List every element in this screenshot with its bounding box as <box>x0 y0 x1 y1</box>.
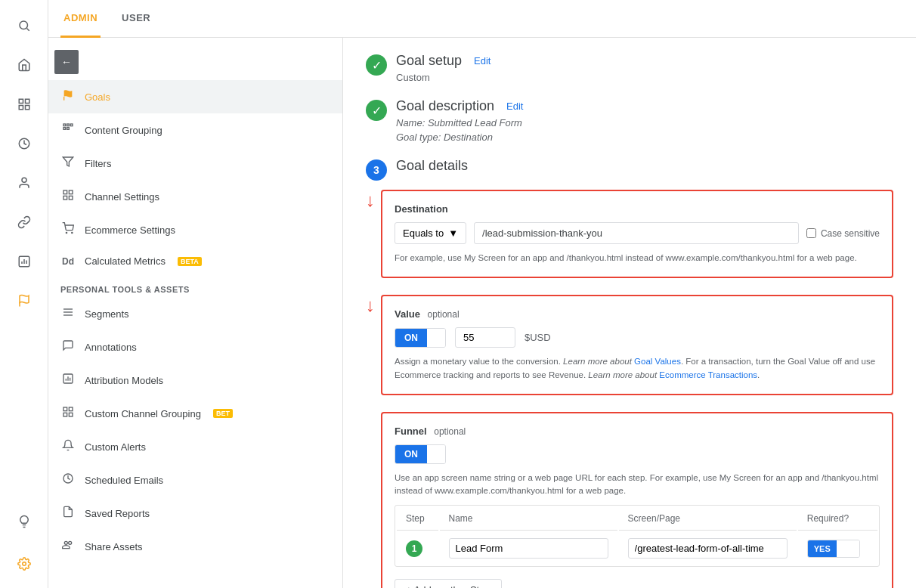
value-toggle[interactable]: ON <box>395 328 446 348</box>
funnel-label: Funnel optional <box>395 426 880 437</box>
currency-label: $USD <box>525 332 551 343</box>
clock-icon[interactable] <box>6 125 42 162</box>
sidebar-label-filters: Filters <box>85 158 111 169</box>
custom-alerts-icon <box>60 439 76 454</box>
custom-channel-icon <box>60 406 76 421</box>
sidebar-item-channel-settings[interactable]: Channel Settings <box>48 180 342 213</box>
svg-rect-22 <box>69 190 73 194</box>
value-optional: optional <box>428 309 460 320</box>
value-toggle-off[interactable] <box>427 329 445 347</box>
funnel-optional: optional <box>434 426 466 437</box>
gear-icon[interactable] <box>6 546 42 582</box>
goal-values-link[interactable]: Goal Values <box>634 357 681 366</box>
value-wrapper: ↓ Value optional ON $ <box>366 295 893 407</box>
goal-description-title: Goal description <box>396 98 494 114</box>
svg-point-0 <box>20 21 28 29</box>
funnel-instruction: Use an app screen name string or a web p… <box>395 472 880 498</box>
annotations-icon <box>60 339 76 354</box>
value-label: Value optional <box>395 308 880 320</box>
sidebar-item-custom-channel-grouping[interactable]: Custom Channel Grouping BET <box>48 397 342 430</box>
svg-point-25 <box>66 232 67 233</box>
sidebar-item-scheduled-emails[interactable]: Scheduled Emails <box>48 463 342 497</box>
funnel-toggle-on[interactable]: ON <box>395 445 427 463</box>
goal-description-name: Name: Submitted Lead Form <box>396 117 523 128</box>
funnel-toggle[interactable]: ON <box>395 444 446 464</box>
svg-point-13 <box>22 562 26 566</box>
sidebar-item-content-grouping[interactable]: Content Grouping <box>48 113 342 147</box>
svg-point-26 <box>72 232 73 233</box>
top-nav: ADMIN USER <box>48 0 916 38</box>
sidebar-label-custom-channel: Custom Channel Grouping <box>85 408 201 419</box>
svg-rect-15 <box>63 124 66 126</box>
svg-rect-21 <box>63 190 67 194</box>
no-button[interactable] <box>837 540 859 557</box>
sidebar-item-annotations[interactable]: Annotations <box>48 330 342 364</box>
sidebar-label-attribution: Attribution Models <box>85 375 163 386</box>
sidebar-item-goals[interactable]: Goals <box>48 80 342 113</box>
sidebar-item-share-assets[interactable]: Share Assets <box>48 530 342 563</box>
funnel-box: Funnel optional ON Use an app screen nam… <box>381 412 893 588</box>
goal-setup-edit[interactable]: Edit <box>474 55 490 67</box>
name-cell[interactable] <box>440 532 617 565</box>
destination-box: Destination Equals to ▼ Case sensitive <box>381 190 893 278</box>
sidebar-item-filters[interactable]: Filters <box>48 147 342 180</box>
person-icon[interactable] <box>6 165 42 201</box>
sidebar-item-segments[interactable]: Segments <box>48 297 342 330</box>
ecommerce-link[interactable]: Ecommerce Transactions <box>659 370 757 379</box>
svg-rect-23 <box>63 196 67 200</box>
link-icon[interactable] <box>6 204 42 240</box>
back-button[interactable]: ← <box>54 50 79 74</box>
svg-line-1 <box>26 28 29 30</box>
value-amount-input[interactable] <box>455 327 515 348</box>
svg-marker-20 <box>63 157 73 166</box>
type-label: Goal type: <box>396 132 441 143</box>
svg-rect-19 <box>67 128 70 130</box>
sidebar-item-saved-reports[interactable]: Saved Reports <box>48 497 342 530</box>
tab-user[interactable]: USER <box>119 0 153 38</box>
svg-rect-24 <box>69 196 73 200</box>
icon-bar <box>0 0 48 588</box>
sidebar-item-calculated-metrics[interactable]: Dd Calculated Metrics BETA <box>48 246 342 276</box>
required-toggle[interactable]: YES <box>807 540 860 558</box>
destination-url-input[interactable] <box>474 222 799 244</box>
yes-button[interactable]: YES <box>808 540 837 557</box>
sidebar-item-attribution-models[interactable]: Attribution Models <box>48 364 342 397</box>
ecommerce-icon <box>60 222 76 237</box>
required-cell[interactable]: YES <box>798 532 877 565</box>
report-icon[interactable] <box>6 243 42 280</box>
col-step: Step <box>397 507 438 531</box>
svg-rect-37 <box>69 413 73 416</box>
saved-reports-icon <box>60 506 76 521</box>
goal-description-edit[interactable]: Edit <box>506 101 523 112</box>
add-step-button[interactable]: + Add another Step <box>395 579 502 588</box>
step1-check: ✓ <box>366 54 387 76</box>
dropdown-arrow-icon: ▼ <box>448 227 458 239</box>
segments-icon <box>60 306 76 321</box>
svg-point-7 <box>22 178 26 182</box>
case-sensitive-label[interactable]: Case sensitive <box>806 228 880 239</box>
share-assets-icon <box>60 539 76 554</box>
sidebar-item-ecommerce-settings[interactable]: Ecommerce Settings <box>48 213 342 246</box>
step-name-input[interactable] <box>449 538 608 559</box>
svg-rect-3 <box>25 99 29 103</box>
dashboard-icon[interactable] <box>6 86 42 122</box>
tab-admin[interactable]: ADMIN <box>60 0 101 38</box>
svg-rect-16 <box>67 124 70 126</box>
search-icon[interactable] <box>6 8 42 44</box>
flag-icon[interactable] <box>6 283 42 319</box>
goal-description-section: ✓ Goal description Edit Name: Submitted … <box>366 98 893 143</box>
sidebar-label-ecommerce: Ecommerce Settings <box>85 224 175 236</box>
sidebar-item-custom-alerts[interactable]: Custom Alerts <box>48 430 342 463</box>
bulb-icon[interactable] <box>6 503 42 540</box>
svg-rect-4 <box>19 106 23 110</box>
value-toggle-on[interactable]: ON <box>395 329 427 347</box>
channel-settings-icon <box>60 189 76 204</box>
case-sensitive-checkbox[interactable] <box>806 228 816 238</box>
funnel-toggle-off[interactable] <box>427 445 445 463</box>
match-type-select[interactable]: Equals to ▼ <box>395 222 466 244</box>
home-icon[interactable] <box>6 47 42 83</box>
screen-page-cell[interactable] <box>619 532 797 565</box>
name-value: Submitted Lead Form <box>428 117 522 128</box>
step-screen-input[interactable] <box>628 538 788 559</box>
goal-setup-section: ✓ Goal setup Edit Custom <box>366 53 893 83</box>
